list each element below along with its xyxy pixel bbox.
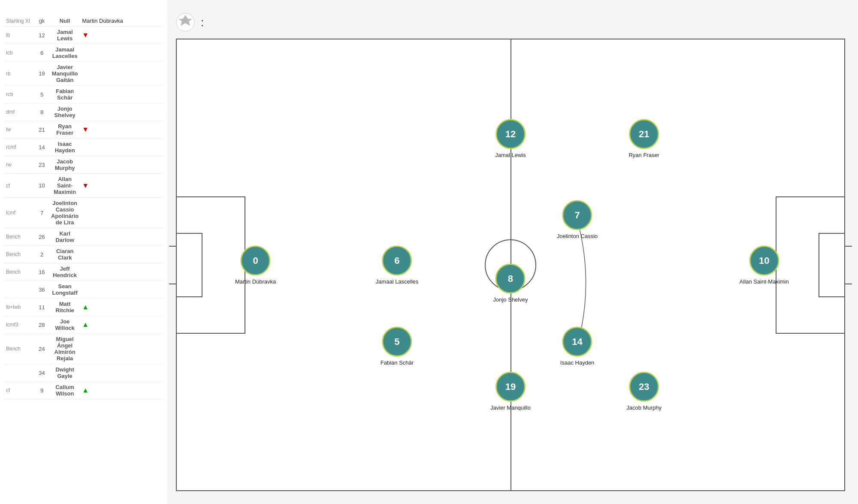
- list-item: Bench16Jeff Hendrick: [4, 263, 163, 281]
- player-name-label: Jacob Murphy: [626, 404, 662, 410]
- player-name-label: Allan Saint-Maximin: [740, 278, 789, 284]
- substitution-down-icon: ▼: [82, 31, 89, 39]
- player-name-label: Ryan Fraser: [628, 152, 659, 158]
- player-circle: 5: [382, 326, 412, 356]
- pitch-panel: : 0Martin Dúbravka6Jamaal Lascelles5Fabi…: [167, 0, 858, 504]
- substitution-up-icon: ▲: [82, 303, 89, 311]
- list-item: rcmf14Isaac Hayden: [4, 139, 163, 156]
- player-name-label: Jonjo Shelvey: [493, 296, 528, 302]
- list-item: Bench26Karl Darlow: [4, 228, 163, 246]
- substitution-down-icon: ▼: [82, 182, 89, 189]
- player-circle: 0: [241, 245, 271, 275]
- list-item: lcmf328Joe Willock▲: [4, 316, 163, 334]
- list-item: Bench2Ciaran Clark: [4, 246, 163, 263]
- list-item: lb12Jamal Lewis▼: [4, 27, 163, 44]
- list-item: lcb6Jamaal Lascelles: [4, 44, 163, 62]
- list-item: lw21Ryan Fraser▼: [4, 121, 163, 139]
- player-circle: 7: [562, 200, 592, 230]
- player-name-label: Jamal Lewis: [495, 152, 526, 158]
- player-node-dubravka: 0Martin Dúbravka: [235, 245, 276, 284]
- player-circle: 21: [629, 119, 659, 149]
- player-circle: 12: [495, 119, 526, 149]
- list-item: rw23Jacob Murphy: [4, 156, 163, 174]
- player-node-hayden: 14Isaac Hayden: [560, 326, 595, 365]
- list-item: rcb5Fabian Schär: [4, 86, 163, 103]
- team-header: :: [176, 13, 845, 32]
- player-node-lascelles: 6Jamaal Lascelles: [376, 245, 419, 284]
- player-name-label: Isaac Hayden: [560, 359, 595, 365]
- list-item: cf10Allan Saint-Maximin▼: [4, 174, 163, 198]
- player-circle: 14: [562, 326, 592, 356]
- player-node-manquillo: 19Javier Manquillo: [490, 371, 531, 410]
- pitch: 0Martin Dúbravka6Jamaal Lascelles5Fabian…: [176, 39, 845, 491]
- substitution-up-icon: ▲: [82, 386, 89, 394]
- substitution-down-icon: ▼: [82, 126, 89, 133]
- lineup-panel: Starting XIgkNullMartin Dúbravkalb12Jama…: [0, 0, 167, 504]
- player-name-label: Martin Dúbravka: [235, 278, 276, 284]
- list-item: cf9Callum Wilson▲: [4, 382, 163, 399]
- player-node-saintmaximin: 10Allan Saint-Maximin: [740, 245, 789, 284]
- list-item: dmf8Jonjo Shelvey: [4, 103, 163, 121]
- list-item: Bench24Miguel Ángel Almirón Rejala: [4, 334, 163, 364]
- right-six-yard: [819, 233, 844, 297]
- player-node-joelinton: 7Joelinton Cassio: [557, 200, 598, 239]
- player-name-label: Jamaal Lascelles: [376, 278, 419, 284]
- lineup-table: Starting XIgkNullMartin Dúbravkalb12Jama…: [4, 15, 163, 399]
- player-name-label: Joelinton Cassio: [557, 233, 598, 239]
- player-name-label: Fabian Schär: [381, 359, 414, 365]
- player-name-label: Javier Manquillo: [490, 404, 531, 410]
- player-circle: 23: [629, 371, 659, 401]
- player-node-murphy: 23Jacob Murphy: [626, 371, 662, 410]
- list-item: rb19Javier Manquillo Gaitán: [4, 62, 163, 86]
- player-node-shelvey: 8Jonjo Shelvey: [493, 263, 528, 302]
- player-circle: 10: [749, 245, 779, 275]
- team-badge: [176, 13, 195, 32]
- list-item: lb+lwb11Matt Ritchie▲: [4, 299, 163, 316]
- left-goal: [169, 246, 177, 284]
- left-six-yard: [177, 233, 202, 297]
- player-circle: 6: [382, 245, 412, 275]
- player-node-fraser: 21Ryan Fraser: [628, 119, 659, 158]
- list-item: lcmf7Joelinton Cassio Apolinário de Lira: [4, 198, 163, 228]
- list-item: 34Dwight Gayle: [4, 364, 163, 382]
- player-circle: 19: [495, 371, 526, 401]
- substitution-up-icon: ▲: [82, 321, 89, 328]
- right-goal: [844, 246, 852, 284]
- team-title: :: [201, 16, 204, 29]
- list-item: 36Sean Longstaff: [4, 281, 163, 299]
- player-node-lewis: 12Jamal Lewis: [495, 119, 526, 158]
- player-circle: 8: [495, 263, 526, 293]
- player-node-schar: 5Fabian Schär: [381, 326, 414, 365]
